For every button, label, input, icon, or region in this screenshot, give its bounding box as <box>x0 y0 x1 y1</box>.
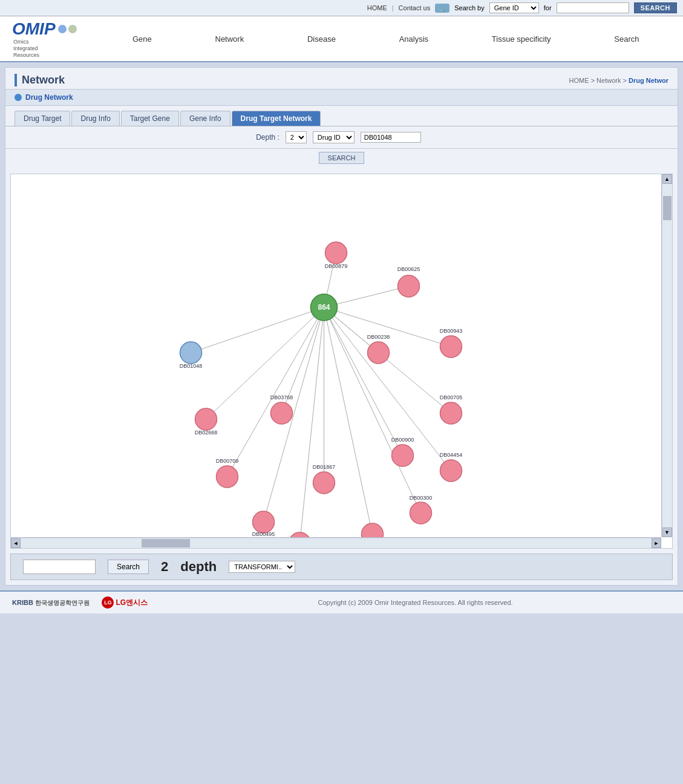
label-db04454: DB04454 <box>440 452 463 458</box>
tab-drug-info[interactable]: Drug Info <box>71 111 119 126</box>
node-db01048[interactable] <box>180 342 202 364</box>
label-db01867: DB01867 <box>313 464 336 470</box>
svg-line-15 <box>300 307 324 537</box>
nav-gene[interactable]: Gene <box>123 30 161 48</box>
logo-sub1: Omics <box>13 39 39 45</box>
main-content: Network HOME > Network > Drug Networ Dru… <box>5 67 678 586</box>
scrollbar-track-bottom[interactable] <box>21 538 652 548</box>
top-bar: HOME | Contact us ⚓ Search by Gene ID Dr… <box>0 0 683 16</box>
scrollbar-track-right[interactable] <box>662 184 672 528</box>
node-db00238[interactable] <box>368 342 390 364</box>
bottom-search-input[interactable] <box>23 560 96 574</box>
sub-section-title: Drug Network <box>15 93 668 102</box>
top-search-input[interactable] <box>557 2 629 13</box>
node-db00495[interactable] <box>253 511 275 533</box>
scroll-up-arrow[interactable]: ▲ <box>662 174 672 184</box>
sub-section-label: Drug Network <box>25 93 73 102</box>
nav-analysis[interactable]: Analysis <box>390 30 437 48</box>
label-db00879: DB00879 <box>325 263 348 269</box>
node-db00649[interactable] <box>289 532 311 537</box>
footer-copyright: Copyright (c) 2009 Omir Integrated Resou… <box>160 599 671 606</box>
tab-drug-target-network[interactable]: Drug Target Network <box>232 111 321 126</box>
logo-text: OMIP <box>12 19 56 39</box>
header: OMIP Omics Integrated Resources Gene Net… <box>0 16 683 62</box>
footer: KRIBB 한국생명공학연구원 LG LG엔시스 Copyright (c) 2… <box>0 590 683 613</box>
id-input[interactable] <box>361 132 421 143</box>
center-node-label: 864 <box>318 303 330 312</box>
svg-line-0 <box>191 307 324 353</box>
tab-target-gene[interactable]: Target Gene <box>121 111 179 126</box>
scrollbar-right[interactable]: ▲ ▼ <box>661 174 672 537</box>
depth-label: Depth : <box>256 133 279 142</box>
scroll-right-arrow[interactable]: ► <box>652 538 661 548</box>
sub-section: Drug Network <box>5 89 678 106</box>
label-db00495: DB00495 <box>252 531 275 537</box>
breadcrumb-sep1: > <box>591 77 596 84</box>
scrollbar-bottom[interactable]: ◄ ► <box>11 537 661 548</box>
org-label: 한국생명공학연구원 <box>35 599 90 606</box>
svg-line-9 <box>324 307 451 471</box>
scroll-down-arrow[interactable]: ▼ <box>662 528 672 537</box>
scroll-left-arrow[interactable]: ◄ <box>11 538 21 548</box>
node-db00900[interactable] <box>392 445 414 466</box>
node-db00879[interactable] <box>325 242 347 264</box>
depth-text: depth <box>180 559 217 575</box>
logo: OMIP Omics Integrated Resources <box>12 19 77 58</box>
label-db03768: DB03768 <box>270 394 293 400</box>
contact-link[interactable]: Contact us <box>399 4 431 11</box>
kribb-label: KRIBB <box>12 599 33 606</box>
nav-network[interactable]: Network <box>206 30 253 48</box>
nav-tissue[interactable]: Tissue specificity <box>483 30 560 48</box>
nav-disease[interactable]: Disease <box>298 30 345 48</box>
node-db04454[interactable] <box>440 460 462 482</box>
search-by-select[interactable]: Gene ID Drug ID Disease ID <box>489 2 539 13</box>
for-label: for <box>544 4 552 11</box>
label-db00300: DB00300 <box>410 495 433 501</box>
search-button[interactable]: SEARCH <box>319 152 365 164</box>
footer-org-logo: KRIBB 한국생명공학연구원 <box>12 598 90 607</box>
tab-drug-target[interactable]: Drug Target <box>15 111 70 126</box>
network-svg: 864 DB01048 DB00879 DB00625 DB00943 DB00… <box>11 174 661 537</box>
scrollbar-thumb-bottom[interactable] <box>142 539 190 547</box>
page-title-bar: Network HOME > Network > Drug Networ <box>5 68 678 89</box>
node-db02668[interactable] <box>195 408 217 430</box>
depth-select[interactable]: 1 2 3 <box>286 131 307 143</box>
node-db00625[interactable] <box>398 275 420 297</box>
blue-circle-icon <box>15 94 22 101</box>
search-controls: Depth : 1 2 3 Drug ID Gene ID <box>5 126 678 149</box>
scrollbar-thumb-right[interactable] <box>663 196 672 220</box>
label-db00943: DB00943 <box>440 328 463 334</box>
label-db01048: DB01048 <box>180 363 203 369</box>
home-link[interactable]: HOME <box>367 4 387 11</box>
node-db03768[interactable] <box>271 402 293 424</box>
label-db00900: DB00900 <box>391 437 414 443</box>
svg-line-8 <box>324 307 403 456</box>
breadcrumb-sep2: > <box>623 77 629 84</box>
top-search-button[interactable]: SEARCH <box>634 2 677 13</box>
lg-circle-icon: LG <box>102 596 114 609</box>
svg-line-7 <box>206 307 324 419</box>
tabs-bar: Drug Target Drug Info Target Gene Gene I… <box>5 106 678 126</box>
node-db01867[interactable] <box>313 472 335 494</box>
breadcrumb-network: Network <box>596 77 621 84</box>
node-db02411[interactable] <box>362 523 384 537</box>
node-db00709[interactable] <box>217 466 238 488</box>
bottom-dropdown[interactable]: TRANSFORMI... Option 2 Option 3 <box>229 561 295 573</box>
search-cloud-icon: ⚓ <box>435 4 449 13</box>
tab-gene-info[interactable]: Gene Info <box>180 111 230 126</box>
circle1-icon <box>58 25 67 33</box>
svg-line-3 <box>324 307 451 347</box>
node-db00300[interactable] <box>410 502 432 524</box>
type-select[interactable]: Drug ID Gene ID <box>313 131 355 143</box>
lg-logo: LG LG엔시스 <box>102 596 148 609</box>
label-db02668: DB02668 <box>195 430 218 436</box>
node-db00943[interactable] <box>440 336 462 358</box>
breadcrumb-home: HOME <box>569 77 589 84</box>
label-db00238: DB00238 <box>367 334 390 340</box>
logo-sub3: Resources <box>13 52 39 59</box>
nav-search[interactable]: Search <box>605 30 648 48</box>
node-db00705[interactable] <box>440 402 462 424</box>
logo-subtitle: Omics Integrated Resources <box>13 39 39 58</box>
circle2-icon <box>68 25 77 33</box>
bottom-search-button[interactable]: Search <box>108 560 149 574</box>
